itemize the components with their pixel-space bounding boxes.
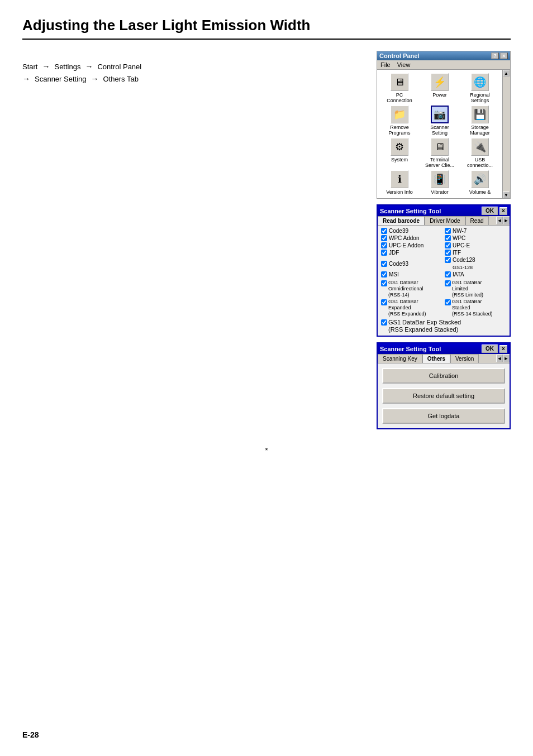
cb-code39-input[interactable] xyxy=(381,228,387,234)
tab-read-barcode[interactable]: Read barcode xyxy=(378,216,425,225)
gs1-stacked-input[interactable] xyxy=(445,299,451,305)
control-panel-window: Control Panel ? × File View 🖥 PCConnecti… xyxy=(377,51,511,199)
gs1-expanded-input[interactable] xyxy=(381,299,387,305)
cp-label-pc: PCConnection xyxy=(387,92,412,103)
cp-item-pc[interactable]: 🖥 PCConnection xyxy=(380,73,418,103)
gs1-expanded: GS1 DataBar Expanded (RSS Expanded) xyxy=(381,299,442,317)
cb-code93: Code93 xyxy=(381,257,442,270)
scanner-barcode-window: Scanner Setting Tool OK × Read barcode D… xyxy=(377,204,511,337)
cb-wpc-input[interactable] xyxy=(445,235,451,241)
cb-itf: ITF xyxy=(445,250,506,256)
barcode-content: Code39 NW-7 WPC Addon WPC xyxy=(378,226,510,336)
tab-read[interactable]: Read xyxy=(465,216,489,225)
others-content: Calibration Restore default setting Get … xyxy=(378,363,510,428)
scanner-others-titlebar: Scanner Setting Tool OK × xyxy=(378,343,510,354)
tab-next[interactable]: ► xyxy=(503,217,510,224)
scanner-barcode-ok[interactable]: OK xyxy=(482,207,498,215)
step-control-panel: Control Panel xyxy=(97,63,141,71)
cp-item-terminal[interactable]: 🖥 TerminalServer Clie... xyxy=(421,138,459,168)
barcode-grid: Code39 NW-7 WPC Addon WPC xyxy=(381,228,506,277)
tab-prev[interactable]: ◄ xyxy=(496,217,503,224)
cb-wpcaddon-label: WPC Addon xyxy=(389,235,419,241)
get-logdata-button[interactable]: Get logdata xyxy=(382,408,505,424)
cb-msi-input[interactable] xyxy=(381,271,387,277)
tab-driver-mode[interactable]: Driver Mode xyxy=(425,216,465,225)
control-panel-titlebar: Control Panel ? × xyxy=(377,51,510,60)
cb-code93-input[interactable] xyxy=(381,261,387,267)
cp-item-regional[interactable]: 🌐 RegionalSettings xyxy=(461,73,499,103)
cb-code39-label: Code39 xyxy=(389,228,408,234)
cb-code128-input[interactable] xyxy=(445,257,451,263)
pc-icon: 🖥 xyxy=(391,73,408,91)
cb-iata-input[interactable] xyxy=(445,271,451,277)
cp-label-version: Version Info xyxy=(386,189,413,195)
right-panels: Control Panel ? × File View 🖥 PCConnecti… xyxy=(377,51,511,429)
others-tab-prev[interactable]: ◄ xyxy=(496,355,503,362)
cb-jdf-input[interactable] xyxy=(381,250,387,256)
gs1-omni: GS1 DataBar Omnidirectional (RSS-14) xyxy=(381,280,442,298)
power-icon: ⚡ xyxy=(431,73,449,91)
arrow-line-1: Start → Settings → Control Panel xyxy=(22,62,365,71)
gs1-omni-input[interactable] xyxy=(381,280,387,286)
help-button[interactable]: ? xyxy=(491,52,499,59)
cp-item-vibrator[interactable]: 📳 Vibrator xyxy=(421,170,459,195)
cp-item-volume[interactable]: 🔊 Volume & xyxy=(461,170,499,195)
scanner-others-close[interactable]: × xyxy=(499,345,507,353)
gs1-limited-text: GS1 DataBar Limited (RSS Limited) xyxy=(452,280,483,298)
version-icon: ℹ xyxy=(391,170,408,188)
others-tab-next[interactable]: ► xyxy=(503,355,510,362)
cp-scrollbar[interactable]: ▲ ▼ xyxy=(502,70,510,198)
restore-default-button[interactable]: Restore default setting xyxy=(382,388,505,404)
menu-file[interactable]: File xyxy=(380,61,391,68)
cb-upceaddon-input[interactable] xyxy=(381,242,387,248)
cb-upce: UPC-E xyxy=(445,242,506,248)
menu-view[interactable]: View xyxy=(397,61,411,68)
cp-item-usb[interactable]: 🔌 USBconnectio... xyxy=(461,138,499,168)
cp-item-remove[interactable]: 📁 RemovePrograms xyxy=(380,106,418,136)
menu-bar: File View xyxy=(377,60,510,70)
cp-label-volume: Volume & xyxy=(469,189,491,195)
scanner-barcode-close[interactable]: × xyxy=(499,207,507,215)
scroll-down[interactable]: ▼ xyxy=(503,192,510,198)
terminal-icon: 🖥 xyxy=(431,138,449,156)
arrow-4: → xyxy=(91,74,99,83)
gs1-expstacked-input[interactable] xyxy=(381,319,387,326)
cb-upce-input[interactable] xyxy=(445,242,451,248)
cb-itf-input[interactable] xyxy=(445,250,451,256)
cp-item-power[interactable]: ⚡ Power xyxy=(421,73,459,103)
regional-icon: 🌐 xyxy=(471,73,489,91)
tab-scanning-key[interactable]: Scanning Key xyxy=(378,354,422,363)
cp-item-storage[interactable]: 💾 StorageManager xyxy=(461,106,499,136)
scroll-up[interactable]: ▲ xyxy=(503,70,510,76)
tab-others[interactable]: Others xyxy=(422,354,450,363)
cb-msi: MSI xyxy=(381,271,442,277)
close-button[interactable]: × xyxy=(500,52,508,59)
step-others: Others Tab xyxy=(103,75,139,83)
scanner-barcode-title: Scanner Setting Tool xyxy=(380,208,441,214)
calibration-button[interactable]: Calibration xyxy=(382,368,505,384)
win-controls: ? × xyxy=(491,52,508,59)
gs1-expstacked-text: GS1 DataBar Exp Stacked (RSS Expanded St… xyxy=(388,319,461,333)
gs1-limited-input[interactable] xyxy=(445,280,451,286)
cb-jdf: JDF xyxy=(381,250,442,256)
cp-item-system[interactable]: ⚙ System xyxy=(380,138,418,168)
control-panel-title: Control Panel xyxy=(379,52,420,59)
cb-wpcaddon-input[interactable] xyxy=(381,235,387,241)
cb-itf-label: ITF xyxy=(453,250,461,256)
cp-item-version[interactable]: ℹ Version Info xyxy=(380,170,418,195)
cb-code128-label: Code128 xyxy=(453,257,475,263)
scanner-others-ok[interactable]: OK xyxy=(482,344,498,353)
cb-nw7-input[interactable] xyxy=(445,228,451,234)
gs1-pair-1: GS1 DataBar Omnidirectional (RSS-14) GS1… xyxy=(381,280,506,317)
scanner-others-window: Scanner Setting Tool OK × Scanning Key O… xyxy=(377,342,511,429)
tab-version[interactable]: Version xyxy=(450,354,479,363)
gs1-section: GS1 DataBar Omnidirectional (RSS-14) GS1… xyxy=(381,280,506,333)
cp-label-regional: RegionalSettings xyxy=(470,92,490,103)
step-settings: Settings xyxy=(54,63,80,71)
left-text: Start → Settings → Control Panel → Scann… xyxy=(22,51,365,429)
cp-item-scanner[interactable]: 📷 ScannerSetting xyxy=(421,106,459,136)
volume-icon: 🔊 xyxy=(471,170,489,188)
scanner-barcode-titlebar: Scanner Setting Tool OK × xyxy=(378,205,510,216)
vibrator-icon: 📳 xyxy=(431,170,449,188)
barcode-tabs-row: Read barcode Driver Mode Read ◄ ► xyxy=(378,216,510,226)
